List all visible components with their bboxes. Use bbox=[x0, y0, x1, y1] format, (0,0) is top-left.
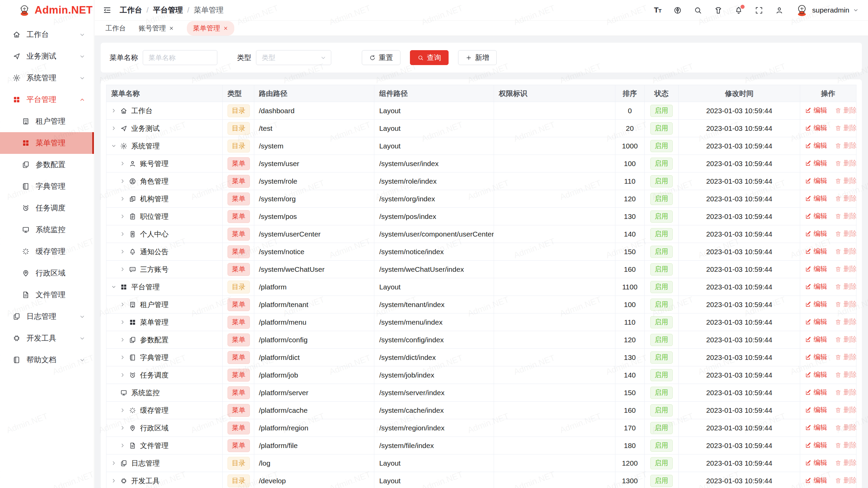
expand-row-icon[interactable] bbox=[120, 267, 129, 272]
delete-button[interactable]: 删除 bbox=[835, 335, 856, 344]
sidebar-item-任务调度[interactable]: 任务调度 bbox=[0, 197, 94, 219]
search-button[interactable]: 查询 bbox=[410, 50, 449, 65]
sidebar-item-字典管理[interactable]: 字典管理 bbox=[0, 176, 94, 197]
delete-button[interactable]: 删除 bbox=[835, 229, 856, 238]
delete-button[interactable]: 删除 bbox=[835, 458, 856, 467]
reset-button[interactable]: 重置 bbox=[362, 50, 400, 65]
sidebar-item-缓存管理[interactable]: 缓存管理 bbox=[0, 241, 94, 262]
edit-button[interactable]: 编辑 bbox=[805, 229, 827, 238]
collapse-row-icon[interactable] bbox=[111, 284, 120, 290]
tab-工作台[interactable]: 工作台 bbox=[105, 24, 126, 33]
edit-button[interactable]: 编辑 bbox=[805, 300, 827, 309]
delete-button[interactable]: 删除 bbox=[835, 176, 856, 185]
sidebar-item-文件管理[interactable]: 文件管理 bbox=[0, 284, 94, 306]
edit-button[interactable]: 编辑 bbox=[805, 106, 827, 115]
edit-button[interactable]: 编辑 bbox=[805, 211, 827, 221]
sidebar-item-开发工具[interactable]: 开发工具 bbox=[0, 327, 94, 349]
expand-row-icon[interactable] bbox=[120, 231, 129, 237]
edit-button[interactable]: 编辑 bbox=[805, 247, 827, 256]
edit-button[interactable]: 编辑 bbox=[805, 352, 827, 362]
breadcrumb-item[interactable]: 平台管理 bbox=[153, 5, 183, 15]
delete-button[interactable]: 删除 bbox=[835, 405, 856, 414]
expand-row-icon[interactable] bbox=[120, 337, 129, 343]
edit-button[interactable]: 编辑 bbox=[805, 159, 827, 168]
sidebar-item-系统管理[interactable]: 系统管理 bbox=[0, 67, 94, 89]
collapse-row-icon[interactable] bbox=[111, 143, 120, 149]
edit-button[interactable]: 编辑 bbox=[805, 317, 827, 326]
sidebar-item-平台管理[interactable]: 平台管理 bbox=[0, 89, 94, 110]
expand-row-icon[interactable] bbox=[111, 478, 120, 484]
notification-icon[interactable] bbox=[734, 6, 743, 15]
sidebar-item-菜单管理[interactable]: 菜单管理 bbox=[0, 132, 94, 154]
expand-row-icon[interactable] bbox=[120, 214, 129, 219]
delete-button[interactable]: 删除 bbox=[835, 141, 856, 150]
sidebar-item-系统监控[interactable]: 系统监控 bbox=[0, 219, 94, 241]
edit-button[interactable]: 编辑 bbox=[805, 458, 827, 467]
edit-button[interactable]: 编辑 bbox=[805, 388, 827, 397]
delete-button[interactable]: 删除 bbox=[835, 282, 856, 291]
theme-icon[interactable] bbox=[714, 6, 723, 15]
sidebar-item-工作台[interactable]: 工作台 bbox=[0, 24, 94, 45]
close-icon[interactable] bbox=[223, 26, 228, 31]
expand-row-icon[interactable] bbox=[120, 355, 129, 360]
delete-button[interactable]: 删除 bbox=[835, 441, 856, 450]
edit-button[interactable]: 编辑 bbox=[805, 123, 827, 133]
delete-button[interactable]: 删除 bbox=[835, 300, 856, 309]
delete-button[interactable]: 删除 bbox=[835, 317, 856, 326]
expand-row-icon[interactable] bbox=[111, 126, 120, 131]
expand-row-icon[interactable] bbox=[120, 249, 129, 255]
edit-button[interactable]: 编辑 bbox=[805, 423, 827, 432]
delete-button[interactable]: 删除 bbox=[835, 370, 856, 379]
search-icon[interactable] bbox=[694, 6, 702, 15]
expand-row-icon[interactable] bbox=[120, 443, 129, 448]
menu-name-input[interactable] bbox=[149, 54, 212, 62]
profile-icon[interactable] bbox=[775, 6, 784, 15]
edit-button[interactable]: 编辑 bbox=[805, 194, 827, 203]
expand-row-icon[interactable] bbox=[120, 320, 129, 325]
edit-button[interactable]: 编辑 bbox=[805, 405, 827, 414]
edit-button[interactable]: 编辑 bbox=[805, 370, 827, 379]
edit-button[interactable]: 编辑 bbox=[805, 282, 827, 291]
font-size-icon[interactable]: TT bbox=[654, 6, 662, 14]
expand-row-icon[interactable] bbox=[120, 372, 129, 378]
delete-button[interactable]: 删除 bbox=[835, 106, 856, 115]
add-button[interactable]: 新增 bbox=[458, 50, 497, 65]
breadcrumb-item[interactable]: 工作台 bbox=[120, 5, 142, 15]
close-icon[interactable] bbox=[169, 26, 174, 31]
delete-button[interactable]: 删除 bbox=[835, 423, 856, 432]
fullscreen-icon[interactable] bbox=[755, 6, 763, 15]
delete-button[interactable]: 删除 bbox=[835, 247, 856, 256]
edit-button[interactable]: 编辑 bbox=[805, 141, 827, 150]
delete-button[interactable]: 删除 bbox=[835, 388, 856, 397]
delete-button[interactable]: 删除 bbox=[835, 476, 856, 485]
edit-button[interactable]: 编辑 bbox=[805, 264, 827, 273]
expand-row-icon[interactable] bbox=[120, 302, 129, 307]
sidebar-item-业务测试[interactable]: 业务测试 bbox=[0, 45, 94, 67]
delete-button[interactable]: 删除 bbox=[835, 159, 856, 168]
sidebar-item-租户管理[interactable]: 租户管理 bbox=[0, 110, 94, 132]
delete-button[interactable]: 删除 bbox=[835, 194, 856, 203]
expand-row-icon[interactable] bbox=[111, 461, 120, 466]
edit-button[interactable]: 编辑 bbox=[805, 176, 827, 185]
menu-fold-icon[interactable] bbox=[103, 6, 112, 15]
language-icon[interactable] bbox=[673, 6, 682, 15]
sidebar-item-帮助文档[interactable]: 帮助文档 bbox=[0, 349, 94, 371]
expand-row-icon[interactable] bbox=[120, 408, 129, 413]
sidebar-item-日志管理[interactable]: 日志管理 bbox=[0, 306, 94, 327]
delete-button[interactable]: 删除 bbox=[835, 352, 856, 362]
type-select[interactable]: 类型 bbox=[256, 50, 331, 65]
expand-row-icon[interactable] bbox=[120, 425, 129, 431]
expand-row-icon[interactable] bbox=[120, 179, 129, 184]
edit-button[interactable]: 编辑 bbox=[805, 335, 827, 344]
expand-row-icon[interactable] bbox=[120, 196, 129, 202]
edit-button[interactable]: 编辑 bbox=[805, 441, 827, 450]
delete-button[interactable]: 删除 bbox=[835, 123, 856, 133]
tab-账号管理[interactable]: 账号管理 bbox=[139, 24, 174, 33]
edit-button[interactable]: 编辑 bbox=[805, 476, 827, 485]
user-menu[interactable]: superadmin bbox=[795, 4, 859, 17]
delete-button[interactable]: 删除 bbox=[835, 264, 856, 273]
delete-button[interactable]: 删除 bbox=[835, 211, 856, 221]
expand-row-icon[interactable] bbox=[120, 161, 129, 166]
tab-菜单管理[interactable]: 菜单管理 bbox=[187, 21, 234, 36]
sidebar-item-参数配置[interactable]: 参数配置 bbox=[0, 154, 94, 176]
